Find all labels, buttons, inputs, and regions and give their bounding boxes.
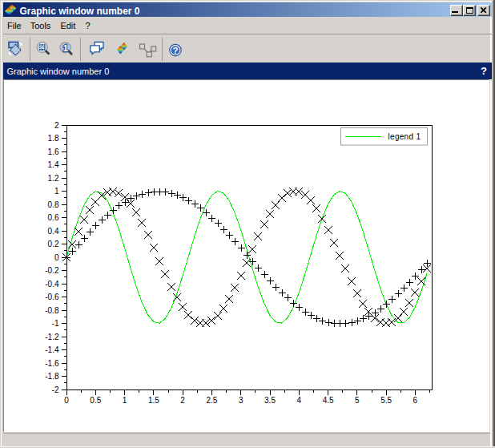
svg-text:3: 3 (239, 396, 243, 405)
svg-text:1.6: 1.6 (48, 147, 59, 156)
svg-text:5: 5 (355, 396, 360, 405)
svg-text:1.5: 1.5 (148, 396, 159, 405)
svg-text:-0.8: -0.8 (45, 306, 59, 315)
svg-text:0.5: 0.5 (90, 396, 101, 405)
svg-text:0.4: 0.4 (48, 227, 59, 236)
svg-text:1.4: 1.4 (48, 160, 59, 169)
svg-text:6: 6 (413, 396, 418, 405)
svg-text:0.2: 0.2 (48, 240, 59, 248)
svg-text:-0.6: -0.6 (45, 293, 59, 301)
svg-text:2: 2 (54, 121, 59, 130)
svg-text:1: 1 (63, 43, 68, 53)
svg-text:1.8: 1.8 (48, 134, 59, 143)
svg-text:0.6: 0.6 (48, 213, 59, 222)
svg-text:-0.4: -0.4 (45, 280, 59, 289)
svg-text:1: 1 (54, 187, 59, 196)
svg-text:0: 0 (54, 253, 59, 262)
svg-text:?: ? (172, 46, 178, 55)
svg-text:-1.8: -1.8 (45, 372, 59, 381)
svg-text:2: 2 (180, 396, 185, 405)
svg-text:3.5: 3.5 (264, 396, 276, 405)
svg-text:-1: -1 (52, 319, 59, 328)
svg-text:legend 1: legend 1 (388, 132, 421, 141)
svg-text:-1.4: -1.4 (45, 345, 59, 354)
svg-text:1.2: 1.2 (48, 174, 59, 183)
svg-text:0.8: 0.8 (48, 200, 59, 209)
svg-text:0: 0 (64, 396, 69, 405)
svg-text:4.5: 4.5 (323, 396, 334, 405)
svg-text:2.5: 2.5 (206, 396, 217, 405)
svg-text:4: 4 (297, 396, 302, 405)
svg-text:-2: -2 (52, 385, 59, 394)
svg-text:-1.2: -1.2 (45, 333, 59, 341)
svg-text:-1.6: -1.6 (45, 359, 59, 368)
svg-text:-0.2: -0.2 (45, 266, 59, 275)
svg-text:1: 1 (123, 396, 127, 405)
svg-text:5.5: 5.5 (380, 396, 392, 405)
